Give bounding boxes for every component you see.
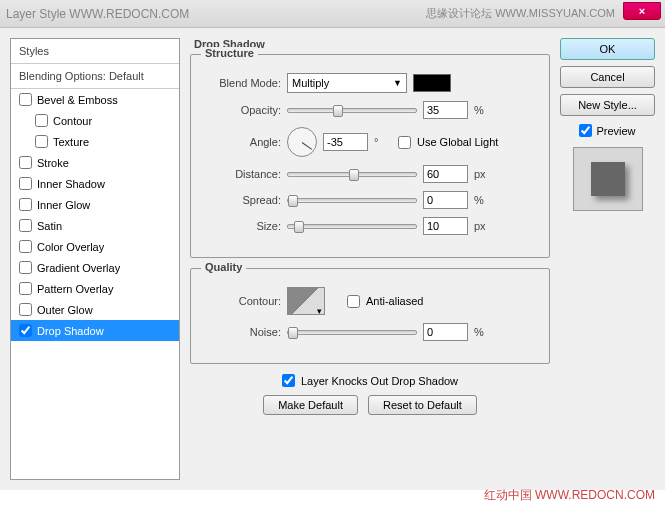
quality-group-title: Quality (201, 261, 246, 273)
style-checkbox[interactable] (19, 324, 32, 337)
style-checkbox[interactable] (19, 240, 32, 253)
preview-swatch (591, 162, 625, 196)
structure-group-title: Structure (201, 47, 258, 59)
styles-panel: Styles Blending Options: Default Bevel &… (10, 38, 180, 480)
right-panel: OK Cancel New Style... Preview (560, 38, 655, 480)
opacity-label: Opacity: (203, 104, 281, 116)
noise-slider[interactable] (287, 330, 417, 335)
distance-unit: px (474, 168, 492, 180)
style-item-gradient-overlay[interactable]: Gradient Overlay (11, 257, 179, 278)
reset-default-button[interactable]: Reset to Default (368, 395, 477, 415)
angle-unit: ° (374, 136, 392, 148)
shadow-color-swatch[interactable] (413, 74, 451, 92)
angle-dial[interactable] (287, 127, 317, 157)
knockout-checkbox[interactable] (282, 374, 295, 387)
global-light-checkbox[interactable] (398, 136, 411, 149)
style-checkbox[interactable] (35, 135, 48, 148)
blend-mode-value: Multiply (292, 77, 329, 89)
new-style-button[interactable]: New Style... (560, 94, 655, 116)
spread-slider[interactable] (287, 198, 417, 203)
antialiased-checkbox[interactable] (347, 295, 360, 308)
close-button[interactable]: × (623, 2, 661, 20)
style-label: Color Overlay (37, 241, 104, 253)
spread-unit: % (474, 194, 492, 206)
watermark-top: 思缘设计论坛 WWW.MISSYUAN.COM (426, 6, 615, 21)
style-label: Satin (37, 220, 62, 232)
styles-header[interactable]: Styles (11, 39, 179, 64)
opacity-unit: % (474, 104, 492, 116)
style-label: Stroke (37, 157, 69, 169)
angle-input[interactable] (323, 133, 368, 151)
main-panel: Drop Shadow Structure Blend Mode: Multip… (190, 38, 550, 480)
style-label: Inner Glow (37, 199, 90, 211)
style-item-inner-glow[interactable]: Inner Glow (11, 194, 179, 215)
blend-mode-select[interactable]: Multiply ▼ (287, 73, 407, 93)
distance-input[interactable] (423, 165, 468, 183)
preview-checkbox[interactable] (579, 124, 592, 137)
style-checkbox[interactable] (19, 93, 32, 106)
close-icon: × (639, 5, 645, 17)
size-label: Size: (203, 220, 281, 232)
spread-input[interactable] (423, 191, 468, 209)
style-checkbox[interactable] (19, 219, 32, 232)
angle-label: Angle: (203, 136, 281, 148)
spread-label: Spread: (203, 194, 281, 206)
noise-unit: % (474, 326, 492, 338)
style-checkbox[interactable] (19, 282, 32, 295)
style-label: Inner Shadow (37, 178, 105, 190)
chevron-down-icon: ▼ (393, 78, 402, 88)
style-label: Pattern Overlay (37, 283, 113, 295)
style-label: Outer Glow (37, 304, 93, 316)
style-item-satin[interactable]: Satin (11, 215, 179, 236)
blending-options-row[interactable]: Blending Options: Default (11, 64, 179, 89)
noise-label: Noise: (203, 326, 281, 338)
blend-mode-label: Blend Mode: (203, 77, 281, 89)
quality-group: Quality Contour: Anti-aliased Noise: % (190, 268, 550, 364)
opacity-slider[interactable] (287, 108, 417, 113)
style-item-color-overlay[interactable]: Color Overlay (11, 236, 179, 257)
size-input[interactable] (423, 217, 468, 235)
style-label: Drop Shadow (37, 325, 104, 337)
style-label: Bevel & Emboss (37, 94, 118, 106)
distance-label: Distance: (203, 168, 281, 180)
cancel-button[interactable]: Cancel (560, 66, 655, 88)
titlebar: Layer Style WWW.REDOCN.COM 思缘设计论坛 WWW.MI… (0, 0, 665, 28)
style-item-contour[interactable]: Contour (11, 110, 179, 131)
style-checkbox[interactable] (19, 156, 32, 169)
knockout-label: Layer Knocks Out Drop Shadow (301, 375, 458, 387)
preview-label: Preview (596, 125, 635, 137)
style-checkbox[interactable] (19, 303, 32, 316)
size-unit: px (474, 220, 492, 232)
window-title: Layer Style WWW.REDOCN.COM (6, 7, 189, 21)
style-checkbox[interactable] (35, 114, 48, 127)
structure-group: Structure Blend Mode: Multiply ▼ Opacity… (190, 54, 550, 258)
style-checkbox[interactable] (19, 177, 32, 190)
make-default-button[interactable]: Make Default (263, 395, 358, 415)
global-light-label: Use Global Light (417, 136, 498, 148)
style-checkbox[interactable] (19, 198, 32, 211)
style-item-pattern-overlay[interactable]: Pattern Overlay (11, 278, 179, 299)
distance-slider[interactable] (287, 172, 417, 177)
ok-button[interactable]: OK (560, 38, 655, 60)
style-item-drop-shadow[interactable]: Drop Shadow (11, 320, 179, 341)
style-label: Texture (53, 136, 89, 148)
contour-label: Contour: (203, 295, 281, 307)
style-label: Gradient Overlay (37, 262, 120, 274)
style-item-texture[interactable]: Texture (11, 131, 179, 152)
dialog-body: Styles Blending Options: Default Bevel &… (0, 28, 665, 490)
style-label: Contour (53, 115, 92, 127)
style-item-stroke[interactable]: Stroke (11, 152, 179, 173)
watermark-footer: 红动中国 WWW.REDOCN.COM (484, 487, 655, 504)
contour-picker[interactable] (287, 287, 325, 315)
noise-input[interactable] (423, 323, 468, 341)
antialiased-label: Anti-aliased (366, 295, 423, 307)
opacity-input[interactable] (423, 101, 468, 119)
style-checkbox[interactable] (19, 261, 32, 274)
style-item-inner-shadow[interactable]: Inner Shadow (11, 173, 179, 194)
size-slider[interactable] (287, 224, 417, 229)
preview-box (573, 147, 643, 211)
style-item-bevel-emboss[interactable]: Bevel & Emboss (11, 89, 179, 110)
style-item-outer-glow[interactable]: Outer Glow (11, 299, 179, 320)
